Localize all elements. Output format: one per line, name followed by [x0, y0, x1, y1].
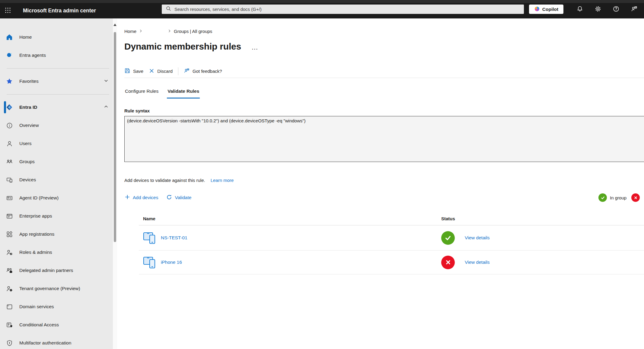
column-header-status[interactable]: Status: [441, 216, 455, 221]
validate-description: Add devices to validate against this rul…: [124, 178, 205, 183]
command-bar: Save Discard Got feedback?: [124, 66, 644, 78]
app-launcher-button[interactable]: [0, 3, 16, 18]
bell-icon: [576, 5, 583, 13]
rule-syntax-textarea[interactable]: (device.deviceOSVersion -startsWith "10.…: [124, 116, 644, 162]
entra-id-icon: [5, 103, 13, 111]
sidebar-item-home[interactable]: Home: [0, 28, 113, 46]
topbar: Microsoft Entra admin center Copilot: [0, 0, 644, 18]
device-name-link[interactable]: NS-TEST-01: [161, 235, 187, 241]
not-in-group-status-icon: [441, 256, 455, 269]
main-content: Home Groups | All groups Dynamic members…: [117, 18, 644, 349]
table-row[interactable]: NS-TEST-01 View details: [139, 225, 644, 250]
conditional-access-icon: [5, 321, 13, 329]
sidebar-divider: [7, 94, 109, 95]
sidebar-item-overview[interactable]: Overview: [0, 116, 113, 134]
copilot-logo-icon: [534, 6, 540, 13]
scrollbar-thumb[interactable]: [114, 32, 116, 242]
groups-icon: [5, 158, 13, 166]
device-name-link[interactable]: iPhone 16: [161, 260, 182, 265]
gear-icon: [595, 5, 601, 13]
more-options-button[interactable]: …: [251, 42, 258, 51]
in-group-legend-icon: [598, 193, 607, 202]
sidebar-divider: [7, 68, 109, 69]
waffle-icon: [5, 7, 11, 14]
devices-icon: [5, 176, 13, 184]
rule-syntax-label: Rule syntax: [124, 108, 644, 114]
sidebar-item-delegated-admin-partners[interactable]: Delegated admin partners: [0, 261, 113, 280]
sidebar-item-devices[interactable]: Devices: [0, 171, 113, 189]
chevron-up-icon: [104, 104, 109, 111]
copilot-button[interactable]: Copilot: [529, 5, 563, 14]
search-icon: [166, 6, 171, 13]
chevron-right-icon: [139, 29, 143, 34]
status-legend: In group: [598, 193, 640, 202]
tab-bar: Configure Rules Validate Rules: [124, 88, 644, 99]
search-input[interactable]: [174, 7, 524, 12]
learn-more-link[interactable]: Learn more: [211, 178, 234, 183]
in-group-status-icon: [441, 231, 455, 245]
page-title: Dynamic membership rules: [124, 41, 241, 52]
view-details-link[interactable]: View details: [465, 260, 489, 265]
entra-admin-center: { "topbar": { "app_title": "Microsoft En…: [0, 0, 644, 349]
sidebar-item-domain-services[interactable]: Domain services: [0, 298, 113, 316]
sidebar-item-entra-id[interactable]: Entra ID: [0, 98, 113, 116]
save-button[interactable]: Save: [124, 68, 143, 75]
breadcrumb: Home Groups | All groups: [124, 28, 644, 34]
breadcrumb-current[interactable]: Groups | All groups: [174, 29, 212, 34]
sidebar-item-conditional-access[interactable]: Conditional Access: [0, 316, 113, 334]
validation-table: Name Status NS-TEST-01 View details iPho…: [139, 212, 644, 274]
refresh-icon: [166, 194, 172, 202]
sidebar-scrollbar: [113, 18, 117, 349]
sidebar-item-enterprise-apps[interactable]: Enterprise apps: [0, 207, 113, 225]
feedback-button[interactable]: [628, 5, 640, 14]
roles-admins-icon: [5, 248, 13, 256]
not-in-group-legend-icon: [631, 193, 640, 202]
discard-button[interactable]: Discard: [149, 68, 173, 75]
sidebar-item-roles-admins[interactable]: Roles & admins: [0, 243, 113, 261]
notifications-button[interactable]: [574, 5, 586, 14]
breadcrumb-home[interactable]: Home: [124, 29, 136, 34]
tab-validate-rules[interactable]: Validate Rules: [167, 88, 200, 99]
search-box: [162, 5, 524, 14]
toolbar-separator: [178, 67, 178, 75]
sidebar-item-groups[interactable]: Groups: [0, 153, 113, 171]
table-row[interactable]: iPhone 16 View details: [139, 250, 644, 274]
app-title: Microsoft Entra admin center: [23, 8, 96, 14]
multifactor-auth-icon: [5, 339, 13, 347]
add-devices-button[interactable]: Add devices: [124, 194, 158, 201]
sidebar-item-agent-id[interactable]: Agent ID (Preview): [0, 189, 113, 207]
validate-description-row: Add devices to validate against this rul…: [124, 177, 644, 183]
validate-actions-row: Add devices Validate In group: [124, 193, 644, 202]
title-row: Dynamic membership rules …: [124, 40, 644, 53]
tenant-governance-icon: [5, 285, 13, 292]
entra-agents-icon: [5, 51, 13, 59]
feedback-icon: [184, 68, 190, 75]
sidebar-item-tenant-governance[interactable]: Tenant governance (Preview): [0, 280, 113, 298]
sidebar-item-app-registrations[interactable]: App registrations: [0, 225, 113, 243]
favorites-star-icon: [5, 77, 13, 85]
home-icon: [5, 33, 13, 41]
device-icon: [143, 256, 157, 269]
sidebar-item-favorites[interactable]: Favorites: [0, 72, 113, 90]
sidebar-nav: Home Entra agents Favorites Entra ID Ove…: [0, 18, 113, 349]
settings-button[interactable]: [592, 5, 604, 14]
view-details-link[interactable]: View details: [465, 235, 489, 241]
tab-configure-rules[interactable]: Configure Rules: [124, 88, 159, 99]
help-button[interactable]: [610, 5, 622, 14]
in-group-legend-label: In group: [610, 195, 626, 200]
sidebar-item-entra-agents[interactable]: Entra agents: [0, 46, 113, 64]
discard-x-icon: [149, 68, 155, 75]
validate-button[interactable]: Validate: [166, 194, 191, 202]
column-header-name[interactable]: Name: [139, 216, 441, 221]
info-icon: [5, 121, 13, 129]
scrollbar-up-arrow[interactable]: [113, 24, 116, 26]
topbar-actions: Copilot: [529, 5, 640, 14]
feedback-person-icon: [631, 5, 638, 13]
sidebar-item-users[interactable]: Users: [0, 134, 113, 153]
device-icon: [143, 231, 157, 244]
got-feedback-button[interactable]: Got feedback?: [184, 68, 222, 75]
help-icon: [613, 5, 620, 13]
sidebar-item-multifactor-authentication[interactable]: Multifactor authentication: [0, 334, 113, 349]
table-header-row: Name Status: [139, 212, 644, 225]
plus-icon: [124, 194, 130, 201]
